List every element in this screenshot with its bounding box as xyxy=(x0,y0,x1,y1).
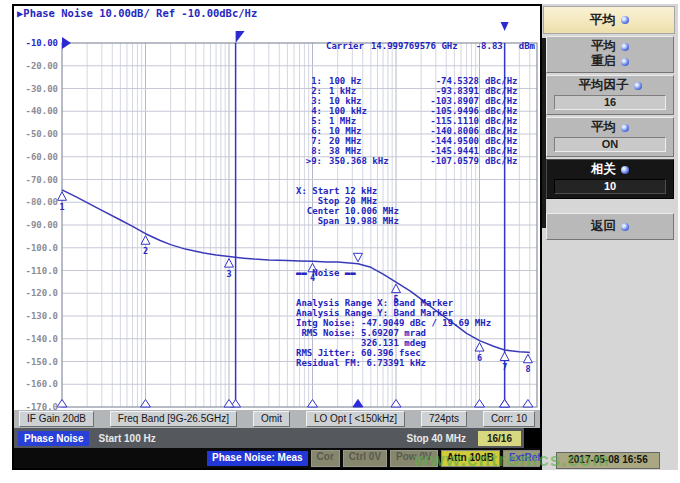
readout-overlay: Carrier 14.999769576 GHz -8.83 dBm 1:100… xyxy=(296,21,535,408)
marker-row-frequency: 100 kHz xyxy=(322,106,415,116)
marker-row: 1:100 Hz-74.5328dBc/Hz xyxy=(296,76,535,86)
toolbar-button-lo-opt-150khz[interactable]: LO Opt [ <150kHz] xyxy=(306,411,405,427)
softkey-平均[interactable]: 平均重启 xyxy=(546,36,674,73)
softkey-value: ON xyxy=(554,137,666,152)
noise-lines: Analysis Range X: Band MarkerAnalysis Ra… xyxy=(296,298,535,368)
y-axis-tick-label: -50.00 xyxy=(14,129,58,139)
noise-readout-line: RMS Jitter: 60.396 fsec xyxy=(296,348,535,358)
marker-row-frequency: 100 Hz xyxy=(322,76,415,86)
softkey-label: 平均 xyxy=(591,119,616,136)
ctrl-voltage-indicator: Ctrl 0V xyxy=(343,450,387,467)
marker-row-frequency: 38 MHz xyxy=(322,146,415,156)
marker-row-value: -93.8391 xyxy=(415,86,479,96)
softkey-返回[interactable]: 返回 xyxy=(546,213,674,240)
knob-icon xyxy=(621,58,629,66)
band-readout-line: Span 19.988 MHz xyxy=(296,216,535,226)
marker-row-frequency: 350.368 kHz xyxy=(322,156,415,166)
marker-row-frequency: 1 kHz xyxy=(322,86,415,96)
marker-row-value: -140.8006 xyxy=(415,126,479,136)
noise-section-title: ▬▬ Noise ▬▬ xyxy=(296,268,535,278)
marker-row-frequency: 10 MHz xyxy=(322,126,415,136)
knob-icon xyxy=(621,124,629,132)
softkey-平均[interactable]: 平均ON xyxy=(546,117,674,157)
marker-row-value: -145.9441 xyxy=(415,146,479,156)
softkey-line: 平均 xyxy=(547,39,673,54)
marker-row-unit: dBc/Hz xyxy=(479,76,518,86)
menu-header-label: 平均 xyxy=(590,11,616,29)
marker-row-number: 7: xyxy=(296,136,322,146)
marker-row: 5:1 MHz-115.1110dBc/Hz xyxy=(296,116,535,126)
band-readout-line: Stop 20 MHz xyxy=(296,196,535,206)
y-axis-tick-label: -80.00 xyxy=(14,197,58,207)
marker-number: 1 xyxy=(60,202,65,212)
noise-readout-line: RMS Noise: 5.69207 mrad xyxy=(296,328,535,338)
marker-row: 8:38 MHz-145.9441dBc/Hz xyxy=(296,146,535,156)
datetime-display: 2017-05-08 16:56 xyxy=(556,452,660,469)
y-axis-tick-label: -110.0 xyxy=(14,266,58,276)
average-count-badge: 16/16 xyxy=(478,431,521,446)
y-axis-tick-label: -70.00 xyxy=(14,175,58,185)
start-frequency-label: Start 100 Hz xyxy=(98,433,155,444)
stop-frequency-label: Stop 40 MHz xyxy=(407,433,466,444)
softkey-value: 10 xyxy=(554,179,666,194)
marker-row-value: -74.5328 xyxy=(415,76,479,86)
marker-row-unit: dBc/Hz xyxy=(479,156,518,166)
y-axis-tick-label: -150.0 xyxy=(14,357,58,367)
trace-title: ▶Phase Noise 10.00dB/ Ref -10.00dBc/Hz xyxy=(17,7,257,19)
toolbar-button-724pts[interactable]: 724pts xyxy=(421,411,467,427)
softkey-label: 平均因子 xyxy=(579,77,629,94)
marker-triangle-icon xyxy=(225,259,234,268)
y-axis-tick-label: -20.00 xyxy=(14,61,58,71)
marker-triangle-icon xyxy=(58,192,67,201)
marker-triangle-icon xyxy=(141,236,150,245)
status-bar: Phase Noise Start 100 Hz Stop 40 MHz 16/… xyxy=(14,428,540,448)
softkey-相关[interactable]: 相关10 xyxy=(546,159,674,199)
noise-readout-line: Residual FM: 6.73391 kHz xyxy=(296,358,535,368)
band-readout-line: Center 10.006 MHz xyxy=(296,206,535,216)
toolbar-button-freq-band-9g-26-5ghz[interactable]: Freq Band [9G-26.5GHz] xyxy=(110,411,237,427)
trace-title-text: Phase Noise 10.00dB/ Ref -10.00dBc/Hz xyxy=(23,7,257,19)
status-end-block xyxy=(524,428,540,448)
marker-row-number: 5: xyxy=(296,116,322,126)
band-readout-line: X: Start 12 kHz xyxy=(296,186,535,196)
marker-row-frequency: 10 kHz xyxy=(322,96,415,106)
cor-indicator: Cor xyxy=(311,450,340,467)
band-marker-readout: X: Start 12 kHz Stop 20 MHz Center 10.00… xyxy=(296,186,535,226)
marker-row: 3:10 kHz-103.8907dBc/Hz xyxy=(296,96,535,106)
toolbar-button-corr-10[interactable]: Corr: 10 xyxy=(483,411,535,427)
y-axis-tick-label: -90.00 xyxy=(14,220,58,230)
y-axis-tick-label: -160.0 xyxy=(14,379,58,389)
marker-row-value: -144.9500 xyxy=(415,136,479,146)
marker-row-frequency: 1 MHz xyxy=(322,116,415,126)
knob-icon xyxy=(621,166,629,174)
marker-row-number: 6: xyxy=(296,126,322,136)
carrier-readout: Carrier 14.999769576 GHz -8.83 dBm xyxy=(296,41,535,51)
meas-status-button[interactable]: Phase Noise: Meas xyxy=(207,451,308,466)
marker-row: 7:20 MHz-144.9500dBc/Hz xyxy=(296,136,535,146)
marker-row-unit: dBc/Hz xyxy=(479,96,518,106)
marker-row-unit: dBc/Hz xyxy=(479,126,518,136)
y-axis-tick-label: -120.0 xyxy=(14,288,58,298)
marker-row-unit: dBc/Hz xyxy=(479,116,518,126)
y-axis-tick-label: -100.0 xyxy=(14,243,58,253)
marker-row-unit: dBc/Hz xyxy=(479,146,518,156)
y-axis-tick-label: -60.00 xyxy=(14,152,58,162)
marker-row: 2:1 kHz-93.8391dBc/Hz xyxy=(296,86,535,96)
marker-row-value: -105.9496 xyxy=(415,106,479,116)
toolbar-button-omit[interactable]: Omit xyxy=(253,411,290,427)
y-axis-tick-label: -10.00 xyxy=(14,38,58,48)
marker-row-number: 2: xyxy=(296,86,322,96)
menu-header-average[interactable]: 平均 xyxy=(543,6,675,34)
band-marker-flag-icon xyxy=(236,31,245,43)
marker-number: 2 xyxy=(143,246,148,256)
softkey-平均因子[interactable]: 平均因子16 xyxy=(546,75,674,115)
toolbar-button-if-gain-20db[interactable]: IF Gain 20dB xyxy=(19,411,94,427)
marker-row-number: >9: xyxy=(296,156,322,166)
instrument-screen: 12345678 ▶Phase Noise 10.00dB/ Ref -10.0… xyxy=(12,4,542,470)
attenuator-indicator: Attn 10dB xyxy=(441,450,500,467)
knob-icon xyxy=(634,82,642,90)
power-voltage-indicator: Pow 0V xyxy=(390,450,438,467)
carrier-label: Carrier xyxy=(326,41,364,51)
softkey-label: 相关 xyxy=(591,161,616,178)
measurement-toolbar: IF Gain 20dBFreq Band [9G-26.5GHz]OmitLO… xyxy=(14,410,540,428)
